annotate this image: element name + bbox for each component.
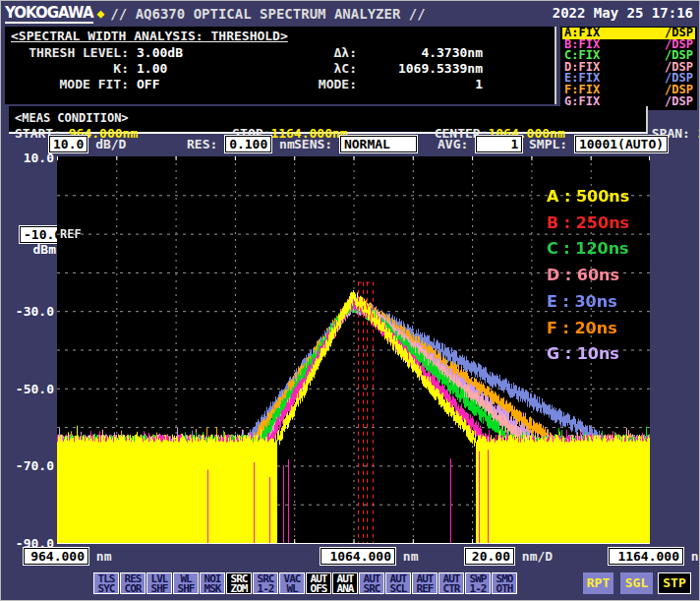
level-scale-group: 10.0 dB/D <box>49 136 126 152</box>
analysis-row-value-0: 3.00dB <box>137 45 247 61</box>
stop-wavelength-field[interactable]: 1164.000 <box>609 548 683 565</box>
center-wl-group: 1064.000 nm <box>321 548 418 565</box>
meas-condition-panel: <MEAS CONDITION> START: 964.000nmSTOP:11… <box>9 106 648 134</box>
analysis-row-value2-0: 4.3730nm <box>365 45 483 61</box>
meas-condition-title: <MEAS CONDITION> <box>15 111 129 125</box>
softkey-swp-1-2[interactable]: SWP1-2 <box>465 572 491 594</box>
single-sweep-button[interactable]: SGL <box>620 572 653 594</box>
ref-line-label: REF <box>60 227 82 241</box>
avg-group: AVG: 1 <box>438 136 522 152</box>
app-title: // AQ6370 OPTICAL SPECTRUM ANALYZER // <box>110 6 425 22</box>
xaxis-row: 964.000 nm 1064.000 nm 20.00 nm/D 1164.0… <box>1 548 699 568</box>
ytick-10: 10.0 <box>3 150 54 165</box>
softkey-noi-msk[interactable]: NOIMSK <box>200 572 225 594</box>
analysis-row-label-1: K: <box>11 61 137 77</box>
trace-mode: /DSP <box>665 96 693 108</box>
softkey-aut-src[interactable]: AUTSRC <box>359 572 384 594</box>
trace-status-panel: A:FIX/DSPB:FIX/DSPC:FIX/DSPD:FIX/DSPE:FI… <box>560 27 697 110</box>
analysis-title: <SPECTRAL WIDTH ANALYSIS: THRESHOLD> <box>11 29 554 43</box>
legend-trace-c: C : 120ns <box>547 239 629 258</box>
softkey-aut-ana[interactable]: AUTANA <box>332 572 358 594</box>
analysis-grid: THRESH LEVEL:3.00dBΔλ:4.3730nmK:1.00λC:1… <box>11 45 554 92</box>
analysis-row-value2-2: 1 <box>365 77 483 92</box>
wavelength-scale-field[interactable]: 20.00 <box>465 548 514 565</box>
analysis-row-label2-0: Δλ: <box>247 45 365 61</box>
legend-trace-g: G : 10ns <box>547 344 619 363</box>
spectrum-plot: REF A : 500nsB : 250nsC : 120nsD : 60nsE… <box>57 156 650 544</box>
start-wavelength-field[interactable]: 964.000 <box>24 548 88 565</box>
softkey-src-zom[interactable]: SRCZOM <box>226 572 252 594</box>
legend-trace-f: F : 20ns <box>547 319 617 337</box>
softkey-aut-ref[interactable]: AUTREF <box>412 572 438 594</box>
ytick-m30_0: -30.0 <box>3 304 54 319</box>
analysis-row-value-1: 1.00 <box>137 61 247 77</box>
sens-label: SENS: <box>294 137 340 151</box>
legend-trace-a: A : 500ns <box>547 187 629 206</box>
res-field[interactable]: 0.100 <box>225 136 271 152</box>
avg-label: AVG: <box>438 137 476 151</box>
stop-wl-group: 1164.000 nm <box>609 548 700 565</box>
legend-trace-e: E : 30ns <box>547 292 617 311</box>
center-wl-unit: nm <box>395 549 418 564</box>
analysis-row-value2-1: 1069.5339nm <box>365 61 483 77</box>
softkey-wl-shf[interactable]: WLSHF <box>173 572 199 594</box>
res-group: RES: 0.100 nm <box>187 136 295 152</box>
smpl-field[interactable]: 10001(AUTO) <box>575 136 668 152</box>
softkey-aut-ctr[interactable]: AUTCTR <box>438 572 464 594</box>
analysis-row-label2-1: λC: <box>247 61 365 77</box>
legend-trace-b: B : 250ns <box>547 213 629 232</box>
title-bar: YOKOGAWA ◆ // AQ6370 OPTICAL SPECTRUM AN… <box>1 1 699 26</box>
start-wl-unit: nm <box>88 549 111 564</box>
res-unit: nm <box>271 137 294 151</box>
repeat-sweep-button[interactable]: RPT <box>583 572 613 594</box>
softkey-res-cor[interactable]: RESCOR <box>120 572 146 594</box>
softkey-src-1-2[interactable]: SRC1-2 <box>253 572 278 594</box>
yaxis-unit: dBm <box>23 242 56 257</box>
diamond-icon: ◆ <box>97 6 105 21</box>
ytick-m70_0: -70.0 <box>3 458 54 473</box>
softkey-aut-scl[interactable]: AUTSCL <box>385 572 411 594</box>
softkey-aut-ofs[interactable]: AUTOFS <box>306 572 331 594</box>
smpl-group: SMPL: 10001(AUTO) <box>529 136 668 152</box>
sens-group: SENS: NORMAL <box>294 136 417 152</box>
wl-scale-unit: nm/D <box>514 549 553 564</box>
softkey-vac-wl[interactable]: VACWL <box>279 572 305 594</box>
datetime: 2022 May 25 17:16 <box>553 5 693 21</box>
analysis-row-label-0: THRESH LEVEL: <box>11 45 137 61</box>
softkey-smo-oth[interactable]: SMOOTH <box>492 572 517 594</box>
smpl-label: SMPL: <box>529 137 575 151</box>
stop-wl-unit: nm <box>683 549 700 564</box>
sens-field[interactable]: NORMAL <box>340 136 417 152</box>
level-scale-field[interactable]: 10.0 <box>49 136 88 152</box>
soft-key-row: RPT SGL STP TLSSYCRESCORLVLSHFWLSHFNOIMS… <box>1 572 699 596</box>
res-label: RES: <box>187 137 225 151</box>
legend-trace-d: D : 60ns <box>547 266 619 284</box>
osa-screen: YOKOGAWA ◆ // AQ6370 OPTICAL SPECTRUM AN… <box>0 0 700 601</box>
analysis-row-label2-2: MODE: <box>247 77 365 92</box>
avg-field[interactable]: 1 <box>476 136 522 152</box>
settings-row: 10.0 dB/D RES: 0.100 nm SENS: NORMAL AVG… <box>1 136 699 154</box>
ytick-m50_0: -50.0 <box>3 382 54 396</box>
analysis-row-value-2: OFF <box>137 77 247 92</box>
start-wl-group: 964.000 nm <box>24 548 111 565</box>
softkey-lvl-shf[interactable]: LVLSHF <box>146 572 172 594</box>
level-scale-unit: dB/D <box>88 137 126 151</box>
analysis-row-label-2: MODE FIT: <box>11 77 137 92</box>
spectral-width-analysis-panel: <SPECTRAL WIDTH ANALYSIS: THRESHOLD> THR… <box>5 27 556 104</box>
yokogawa-logo: YOKOGAWA <box>5 4 93 24</box>
scale-group: 20.00 nm/D <box>465 548 553 565</box>
stop-sweep-button[interactable]: STP <box>658 572 691 594</box>
center-wavelength-field[interactable]: 1064.000 <box>321 548 395 565</box>
softkey-tls-syc[interactable]: TLSSYC <box>93 572 119 594</box>
